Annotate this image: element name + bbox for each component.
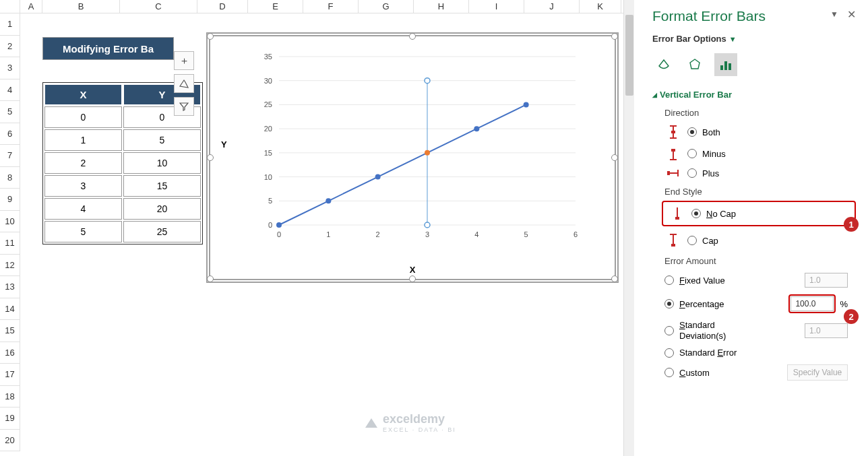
row-header-18[interactable]: 18 bbox=[0, 386, 20, 408]
endstyle-cap-option[interactable]: Cap bbox=[664, 233, 856, 248]
col-header-A[interactable]: A bbox=[20, 0, 42, 13]
row-header-2[interactable]: 2 bbox=[0, 36, 20, 58]
spreadsheet-area: ABCDEFGHIJK 1234567891011121314151617181… bbox=[0, 0, 633, 456]
chart-filter-button[interactable] bbox=[174, 97, 194, 116]
amount-stddev-option[interactable]: Standard Deviation(s) bbox=[664, 320, 848, 341]
table-cell[interactable]: 1 bbox=[44, 129, 122, 151]
amount-fixed-option[interactable]: Fixed Value bbox=[664, 273, 848, 288]
pane-subtitle[interactable]: Error Bar Options▼ bbox=[652, 34, 856, 44]
selection-handle[interactable] bbox=[409, 33, 416, 40]
radio-stderr[interactable] bbox=[664, 348, 674, 358]
row-header-9[interactable]: 9 bbox=[0, 189, 20, 211]
direction-both-option[interactable]: Both bbox=[664, 125, 856, 139]
pane-options-chevron-icon[interactable]: ▼ bbox=[830, 9, 838, 19]
col-header-C[interactable]: C bbox=[120, 0, 197, 13]
chart-container[interactable]: Y X 051015202530350123456 bbox=[206, 32, 619, 283]
table-row[interactable]: 525 bbox=[44, 221, 201, 242]
title-cell[interactable]: Modifying Error Ba bbox=[42, 37, 174, 60]
row-header-8[interactable]: 8 bbox=[0, 167, 20, 189]
table-row[interactable]: 15 bbox=[44, 129, 201, 151]
selection-handle[interactable] bbox=[207, 275, 214, 282]
chart-elements-button[interactable]: ＋ bbox=[174, 51, 194, 70]
table-cell[interactable]: 5 bbox=[44, 221, 122, 242]
radio-minus[interactable] bbox=[687, 149, 697, 158]
radio-both[interactable] bbox=[687, 127, 697, 137]
svg-text:0: 0 bbox=[268, 221, 272, 229]
radio-cap[interactable] bbox=[687, 236, 697, 245]
table-cell[interactable]: 25 bbox=[123, 221, 201, 242]
radio-nocap[interactable] bbox=[691, 209, 701, 218]
row-header-16[interactable]: 16 bbox=[0, 342, 20, 364]
col-header-F[interactable]: F bbox=[303, 0, 359, 13]
selection-handle[interactable] bbox=[207, 33, 214, 40]
table-cell[interactable]: 4 bbox=[44, 198, 122, 220]
row-header-17[interactable]: 17 bbox=[0, 364, 20, 386]
row-header-4[interactable]: 4 bbox=[0, 79, 20, 102]
close-icon[interactable]: ✕ bbox=[847, 8, 856, 21]
vertical-error-bar-section[interactable]: Vertical Error Bar bbox=[652, 90, 856, 100]
percentage-value-input[interactable] bbox=[790, 296, 834, 311]
fill-icon[interactable] bbox=[652, 53, 675, 76]
col-header-I[interactable]: I bbox=[469, 0, 524, 13]
col-header-B[interactable]: B bbox=[42, 0, 120, 13]
amount-percentage-option[interactable]: Percentage % bbox=[664, 294, 848, 313]
row-header-6[interactable]: 6 bbox=[0, 123, 20, 145]
col-header-K[interactable]: K bbox=[580, 0, 621, 13]
col-header-J[interactable]: J bbox=[524, 0, 580, 13]
direction-minus-option[interactable]: Minus bbox=[664, 146, 856, 161]
vertical-scrollbar[interactable] bbox=[623, 0, 634, 456]
table-cell[interactable]: 3 bbox=[44, 175, 122, 197]
selection-handle[interactable] bbox=[409, 275, 416, 282]
bar-options-icon[interactable] bbox=[714, 53, 737, 76]
row-header-19[interactable]: 19 bbox=[0, 408, 20, 430]
effects-icon[interactable] bbox=[683, 53, 706, 76]
row-header-12[interactable]: 12 bbox=[0, 255, 20, 277]
selection-handle[interactable] bbox=[611, 275, 618, 282]
row-header-7[interactable]: 7 bbox=[0, 145, 20, 167]
radio-stddev[interactable] bbox=[664, 326, 674, 335]
direction-plus-option[interactable]: Plus bbox=[664, 168, 856, 178]
scrollbar-thumb[interactable] bbox=[625, 15, 633, 96]
table-row[interactable]: 315 bbox=[44, 175, 201, 197]
selection-handle[interactable] bbox=[611, 154, 618, 161]
table-row[interactable]: 420 bbox=[44, 198, 201, 220]
radio-fixed[interactable] bbox=[664, 275, 674, 285]
col-header-H[interactable]: H bbox=[414, 0, 469, 13]
endstyle-nocap-option[interactable]: No Cap bbox=[669, 206, 828, 221]
table-cell[interactable]: 20 bbox=[123, 198, 201, 220]
col-header-E[interactable]: E bbox=[248, 0, 303, 13]
row-header-10[interactable]: 10 bbox=[0, 211, 20, 233]
callout-badge-1: 1 bbox=[844, 217, 859, 232]
pane-title: Format Error Bars bbox=[652, 8, 856, 24]
table-header[interactable]: X bbox=[44, 84, 122, 105]
row-header-1[interactable]: 1 bbox=[0, 13, 20, 36]
row-header-3[interactable]: 3 bbox=[0, 57, 20, 79]
table-cell[interactable]: 2 bbox=[44, 152, 122, 174]
selection-handle[interactable] bbox=[207, 154, 214, 161]
table-cell[interactable]: 5 bbox=[123, 129, 201, 151]
svg-rect-42 bbox=[671, 149, 675, 152]
col-header-G[interactable]: G bbox=[359, 0, 414, 13]
col-header-D[interactable]: D bbox=[197, 0, 248, 13]
specify-value-button[interactable]: Specify Value bbox=[787, 364, 848, 381]
radio-custom[interactable] bbox=[664, 368, 674, 377]
chart-styles-button[interactable] bbox=[174, 74, 194, 93]
row-header-5[interactable]: 5 bbox=[0, 101, 20, 123]
selection-handle[interactable] bbox=[611, 33, 618, 40]
row-header-11[interactable]: 11 bbox=[0, 232, 20, 255]
chart-plot[interactable]: 051015202530350123456 bbox=[259, 50, 596, 245]
row-header-20[interactable]: 20 bbox=[0, 430, 20, 452]
svg-point-31 bbox=[524, 102, 529, 107]
row-header-15[interactable]: 15 bbox=[0, 320, 20, 342]
table-cell[interactable]: 10 bbox=[123, 152, 201, 174]
radio-plus[interactable] bbox=[687, 168, 697, 178]
table-row[interactable]: 210 bbox=[44, 152, 201, 174]
select-all-corner[interactable] bbox=[0, 0, 20, 13]
amount-custom-option[interactable]: Custom Specify Value bbox=[664, 364, 848, 381]
amount-stderr-option[interactable]: Standard Error bbox=[664, 348, 856, 358]
table-cell[interactable]: 15 bbox=[123, 175, 201, 197]
row-header-13[interactable]: 13 bbox=[0, 276, 20, 298]
row-header-14[interactable]: 14 bbox=[0, 298, 20, 321]
table-cell[interactable]: 0 bbox=[44, 106, 122, 128]
radio-percentage[interactable] bbox=[664, 299, 674, 308]
